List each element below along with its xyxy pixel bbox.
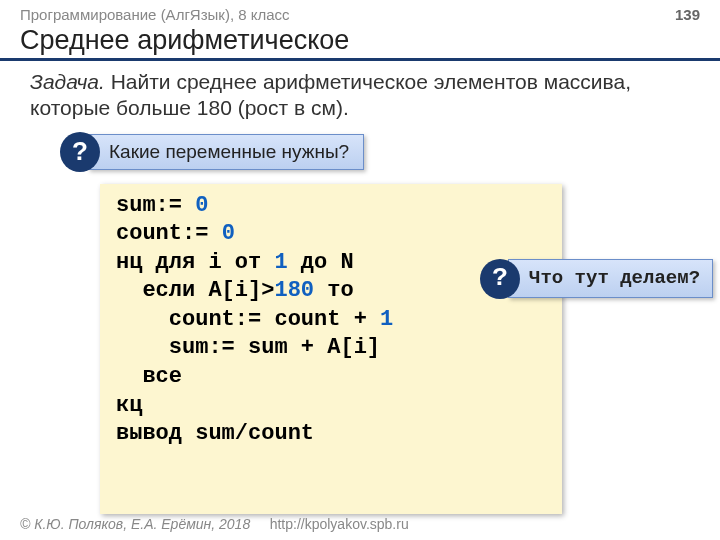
code-line: кц <box>116 393 142 418</box>
code-line: нц для i от <box>116 250 274 275</box>
code-line: то <box>314 278 354 303</box>
code-line: count:= count + <box>116 307 380 332</box>
course-label: Программирование (АлгЯзык), 8 класс <box>20 6 290 23</box>
code-line: count:= <box>116 221 222 246</box>
callout-explain-text: Что тут делаем? <box>508 259 713 298</box>
task-label: Задача. <box>30 70 105 93</box>
footer-authors: © К.Ю. Поляков, Е.А. Ерёмин, 2018 <box>20 516 250 532</box>
code-num: 0 <box>195 193 208 218</box>
callout-explain: ? Что тут делаем? <box>480 259 713 299</box>
question-icon: ? <box>60 132 100 172</box>
task-text: Задача. Найти среднее арифметическое эле… <box>0 69 720 128</box>
top-bar: Программирование (АлгЯзык), 8 класс 139 <box>0 0 720 25</box>
code-num: 1 <box>274 250 287 275</box>
code-num: 180 <box>274 278 314 303</box>
code-num: 0 <box>222 221 235 246</box>
callout-variables: ? Какие переменные нужны? <box>60 132 364 172</box>
slide: Программирование (АлгЯзык), 8 класс 139 … <box>0 0 720 540</box>
code-line: все <box>116 364 182 389</box>
code-line: sum:= sum + A[i] <box>116 335 380 360</box>
callout-variables-text: Какие переменные нужны? <box>88 134 364 170</box>
code-block: sum:= 0 count:= 0 нц для i от 1 до N есл… <box>100 184 562 515</box>
code-line: если A[i]> <box>116 278 274 303</box>
footer-url: http://kpolyakov.spb.ru <box>270 516 409 532</box>
task-body: Найти среднее арифметическое элементов м… <box>30 70 631 119</box>
code-line: до N <box>288 250 354 275</box>
code-line: sum:= <box>116 193 195 218</box>
footer: © К.Ю. Поляков, Е.А. Ерёмин, 2018 http:/… <box>20 516 409 532</box>
code-num: 1 <box>380 307 393 332</box>
question-icon: ? <box>480 259 520 299</box>
page-number: 139 <box>675 6 700 23</box>
page-title: Среднее арифметическое <box>0 25 720 61</box>
code-line: вывод sum/count <box>116 421 314 446</box>
